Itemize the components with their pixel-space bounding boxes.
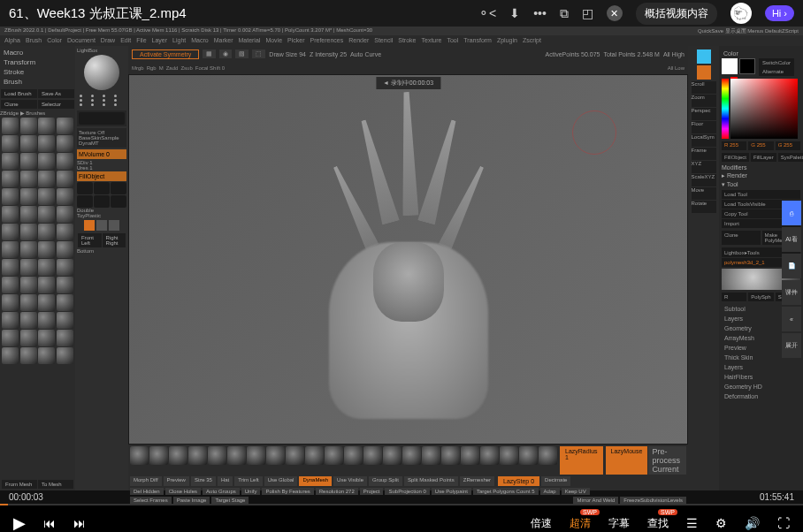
play-icon[interactable]: ▶: [13, 513, 26, 532]
usepolypaint[interactable]: Use Polypaint: [432, 488, 471, 495]
rotate-btn[interactable]: Rotate: [692, 201, 716, 213]
strip-brush[interactable]: [441, 446, 460, 465]
autocurve[interactable]: Auto Curve: [350, 51, 381, 57]
menu-transform[interactable]: Transform: [463, 37, 492, 44]
render-section[interactable]: ▸ Render: [722, 172, 800, 179]
strip-brush[interactable]: [130, 446, 149, 465]
geometryhd-section[interactable]: Geometry HD: [722, 382, 800, 391]
brush-thumb[interactable]: [2, 135, 19, 152]
menu-movie[interactable]: Movie: [265, 37, 282, 44]
r-btn[interactable]: R: [722, 293, 746, 301]
from-mesh-btn[interactable]: From Mesh: [2, 480, 37, 489]
brush-thumb[interactable]: [20, 118, 37, 134]
menu-stroke[interactable]: Stroke: [398, 37, 416, 44]
splitmasked[interactable]: Split Masked Points: [404, 476, 458, 486]
unify[interactable]: Unify: [241, 488, 261, 495]
viewport-canvas[interactable]: ◄ 录制中00:00:03: [128, 74, 688, 445]
strip-brush[interactable]: [500, 446, 518, 465]
usevisible[interactable]: Use Visible: [333, 476, 367, 486]
menu-color[interactable]: Color: [47, 37, 62, 44]
hi-badge[interactable]: Hi ›: [765, 5, 794, 21]
expand-icon[interactable]: «: [782, 307, 801, 331]
alternate-btn[interactable]: Alternate: [759, 67, 794, 76]
tool-section[interactable]: ▾ Tool: [722, 181, 800, 188]
brush-thumb[interactable]: [20, 188, 37, 205]
zsub[interactable]: Zsub: [180, 65, 192, 71]
brush-thumb[interactable]: [20, 171, 37, 187]
strip-brush[interactable]: [286, 446, 304, 465]
brush-thumb[interactable]: [57, 277, 73, 293]
menu-marker[interactable]: Marker: [214, 37, 233, 44]
progress-bar[interactable]: [0, 504, 803, 505]
brush-thumb[interactable]: [57, 188, 73, 205]
focal[interactable]: Focal Shift 0: [195, 65, 225, 71]
move-btn[interactable]: Move: [692, 187, 716, 200]
fillobject2[interactable]: FillObject: [722, 153, 749, 162]
polysphere-btn[interactable]: PolySph: [748, 293, 773, 301]
load-tool[interactable]: Load Tool: [722, 190, 800, 199]
brush-thumb[interactable]: [20, 347, 37, 364]
brush-thumb[interactable]: [2, 259, 19, 276]
menu-tool[interactable]: Tool: [447, 37, 458, 44]
brush-thumb[interactable]: [38, 312, 55, 329]
brush-thumb[interactable]: [38, 277, 55, 293]
lazymouse[interactable]: LazyMouse: [606, 446, 648, 475]
hat[interactable]: Hat: [218, 476, 233, 486]
strip-brush[interactable]: [461, 446, 479, 465]
project[interactable]: Project: [360, 488, 384, 495]
groupsplit[interactable]: Group Split: [369, 476, 402, 486]
fullscreen-icon[interactable]: ⛶: [777, 516, 790, 530]
share-icon[interactable]: ⚬<: [478, 6, 496, 20]
to-mesh-btn[interactable]: To Mesh: [38, 480, 73, 489]
pen-icon[interactable]: [697, 65, 711, 80]
scalexyz-btn[interactable]: ScaleXYZ: [692, 174, 716, 186]
xyz-btn[interactable]: XYZ: [692, 161, 716, 173]
brush-thumb[interactable]: [2, 171, 19, 187]
menu-alpha[interactable]: Alpha: [4, 37, 20, 44]
secondary-color-swatch[interactable]: [739, 58, 755, 74]
menu-stroke-side[interactable]: Stroke: [4, 67, 72, 77]
frame-btn[interactable]: Frame: [692, 148, 716, 160]
menu-edit[interactable]: Edit: [120, 37, 131, 44]
brush-thumb[interactable]: [20, 241, 37, 258]
brush-thumb[interactable]: [2, 347, 19, 364]
scroll-btn[interactable]: Scroll: [692, 81, 716, 94]
strip-brush[interactable]: [363, 446, 382, 465]
strip-brush[interactable]: [402, 446, 421, 465]
ures-label[interactable]: Ures 1: [77, 165, 126, 171]
menu-render[interactable]: Render: [348, 37, 369, 44]
brush-thumb[interactable]: [2, 312, 19, 329]
localsym-btn[interactable]: LocalSym: [692, 134, 716, 147]
brush-thumb[interactable]: [38, 153, 55, 170]
brush-thumb[interactable]: [57, 224, 73, 240]
tool-icon[interactable]: ▦: [203, 49, 216, 58]
mat-thumb[interactable]: [111, 195, 126, 208]
brush-thumb[interactable]: [57, 330, 73, 346]
primary-color-swatch[interactable]: [722, 58, 738, 74]
menu-picker[interactable]: Picker: [287, 37, 304, 44]
brush-thumb[interactable]: [57, 294, 73, 311]
brush-thumb[interactable]: [38, 347, 55, 364]
strip-brush[interactable]: [344, 446, 363, 465]
right-right[interactable]: Right Right: [103, 233, 126, 247]
summary-button[interactable]: 概括视频内容: [636, 3, 717, 25]
settings-icon[interactable]: ⚙: [715, 516, 727, 530]
mvolume-btn[interactable]: MVolume 0: [77, 149, 126, 159]
strip-brush[interactable]: [480, 446, 499, 465]
layers2-section[interactable]: Layers: [722, 362, 800, 372]
menu-preferences[interactable]: Preferences: [310, 37, 344, 44]
ai-camera-icon[interactable]: ⎙: [782, 201, 801, 225]
saturation-value-box[interactable]: [730, 79, 798, 139]
icon2[interactable]: [96, 220, 107, 231]
brush-thumb[interactable]: [57, 241, 73, 258]
download-icon[interactable]: ⬇: [509, 6, 520, 20]
ai-watch-btn[interactable]: AI看: [782, 227, 801, 252]
brush-thumb[interactable]: [57, 206, 73, 223]
brush-thumb[interactable]: [2, 188, 19, 205]
mini-icon[interactable]: ◰: [582, 6, 593, 20]
load-brush-btn[interactable]: Load Brush: [1, 89, 37, 98]
size[interactable]: Size 35: [191, 476, 216, 486]
menu-document[interactable]: Document: [67, 37, 96, 44]
targetpoly[interactable]: Target Polygons Count 5: [473, 488, 539, 495]
freezesubdiv[interactable]: FreezeSubdivisionLevels: [620, 497, 686, 504]
